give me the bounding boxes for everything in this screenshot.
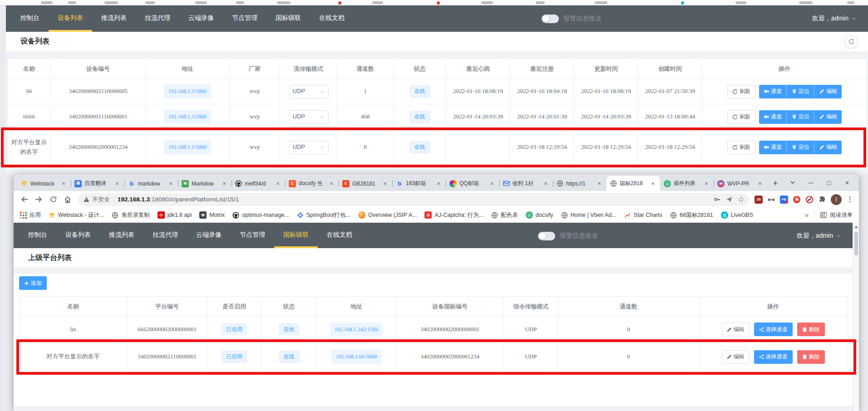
bookmark-item[interactable]: MMotrix (199, 211, 225, 219)
password-key-icon[interactable] (713, 196, 721, 203)
minimize-button[interactable]: ─ (802, 179, 820, 186)
nav-item[interactable]: 节点管理 (231, 223, 274, 248)
tab-close-icon[interactable]: × (381, 180, 389, 187)
bookmark-item[interactable]: Ojdk1.8 api (158, 211, 192, 219)
nav-item[interactable]: 设备列表 (49, 5, 92, 32)
bookmark-item[interactable]: ☺docsify (526, 211, 553, 219)
channel-button[interactable]: 通道 (759, 85, 787, 98)
tab-close-icon[interactable]: × (756, 180, 764, 187)
nav-item[interactable]: 拉流代理 (143, 223, 187, 248)
edit-device-button[interactable]: 编辑 (814, 85, 842, 98)
bookmark-item[interactable]: Star Charts (624, 212, 662, 219)
channel-button[interactable]: 通道 (759, 141, 787, 154)
tab-close-icon[interactable]: × (703, 180, 710, 187)
locate-button[interactable]: 定位 (787, 85, 814, 98)
bookmark-item[interactable]: QLiveGBS (721, 211, 753, 219)
new-tab-button[interactable]: + (769, 177, 782, 190)
delete-platform-button[interactable]: 删除 (797, 323, 825, 336)
fehelper-extension-icon[interactable]: FE (780, 196, 788, 204)
nav-item[interactable]: 拉流代理 (136, 5, 179, 32)
bookmark-item[interactable]: 免登录复制 (112, 211, 150, 219)
edit-platform-button[interactable]: 编辑 (722, 350, 750, 364)
nav-item[interactable]: 节点管理 (223, 5, 266, 32)
select-channel-button[interactable]: 选择通道 (754, 350, 793, 364)
locate-button[interactable]: 定位 (787, 110, 814, 124)
edit-device-button[interactable]: 编辑 (814, 110, 842, 124)
bookmark-item[interactable]: optimus-manage... (232, 212, 289, 219)
browser-tab[interactable]: 译百度翻译× (71, 176, 124, 191)
tab-close-icon[interactable]: × (649, 180, 656, 187)
js-extension-icon[interactable]: JS (755, 196, 763, 204)
channel-button[interactable]: 通道 (759, 110, 787, 124)
delete-platform-button[interactable]: 删除 (797, 350, 825, 364)
send-to-device-icon[interactable] (725, 196, 733, 203)
select-channel-button[interactable]: 选择通道 (754, 323, 793, 336)
address-bar[interactable]: 不安全 192.168.1.3:18080/#/parentPlatformLi… (78, 193, 749, 206)
nav-item[interactable]: 国标级联 (266, 5, 310, 32)
browser-tab[interactable]: WWVP-PR× (714, 176, 767, 191)
bookmark-item[interactable]: 66国标28181 (670, 211, 713, 219)
bookmark-item[interactable]: 配色表 (491, 211, 518, 219)
user-menu[interactable]: 欢迎，admin (797, 223, 841, 249)
bookmark-item[interactable]: 应用 (20, 211, 41, 219)
bookmark-item[interactable]: Webstack - 设计... (49, 211, 104, 219)
bookmark-item[interactable]: Overview (JSIP A... (358, 211, 417, 219)
refresh-device-button[interactable]: 刷新 (727, 110, 755, 124)
nav-item[interactable]: 控制台 (19, 223, 56, 248)
reading-list-button[interactable]: 阅读清单 (820, 211, 853, 219)
reload-button[interactable] (46, 193, 60, 206)
browser-tab[interactable]: MMarkdow× (178, 176, 232, 191)
browser-tab[interactable]: Cdocsify 生× (285, 176, 339, 191)
nav-item[interactable]: 在线文档 (310, 5, 354, 32)
nav-item[interactable]: 控制台 (11, 5, 49, 32)
scroll-thumb[interactable] (854, 232, 858, 255)
forward-button[interactable] (32, 193, 45, 206)
bookmark-item[interactable]: SpringBoot打包... (297, 211, 350, 219)
browser-tab[interactable]: Webstack× (17, 176, 71, 191)
nav-item[interactable]: 国标级联 (274, 223, 318, 248)
browser-tab[interactable]: meff34/d× (232, 176, 285, 191)
stream-mode-select[interactable]: UDP (289, 141, 329, 154)
tab-close-icon[interactable]: × (328, 180, 335, 187)
browser-tab[interactable]: https://1× (553, 176, 607, 191)
browser-tab[interactable]: bmarkdow× (124, 176, 178, 191)
stop-hand-extension-icon[interactable] (793, 196, 801, 204)
adblock-extension-icon[interactable] (805, 196, 814, 204)
bookmark-star-icon[interactable]: ☆ (738, 196, 745, 203)
tab-close-icon[interactable]: × (113, 180, 121, 187)
browser-tab[interactable]: CGB28181× (339, 176, 392, 191)
maximize-button[interactable]: □ (820, 179, 838, 186)
browser-tab[interactable]: QQ邮箱× (446, 176, 499, 191)
nav-item[interactable]: 推流列表 (100, 223, 143, 248)
tab-close-icon[interactable]: × (435, 180, 442, 187)
nav-item[interactable]: 云端录像 (179, 5, 223, 32)
page-refresh-button[interactable] (844, 35, 858, 49)
extensions-puzzle-icon[interactable] (818, 196, 826, 204)
tab-close-icon[interactable]: × (542, 180, 549, 187)
refresh-device-button[interactable]: 刷新 (727, 141, 755, 154)
tab-search-button[interactable] (784, 179, 802, 186)
tab-close-icon[interactable]: × (167, 180, 174, 187)
browser-tab[interactable]: 收到 1封× (499, 176, 553, 191)
tab-close-icon[interactable]: × (596, 180, 603, 187)
tab-close-icon[interactable]: × (221, 180, 228, 187)
edit-platform-button[interactable]: 编辑 (722, 323, 750, 336)
back-button[interactable] (17, 193, 31, 206)
browser-menu-kebab-icon[interactable] (846, 196, 853, 203)
security-chip[interactable]: 不安全 (84, 196, 110, 204)
incognito-glasses-icon[interactable] (767, 196, 775, 204)
alarm-push-toggle[interactable] (542, 15, 559, 23)
locate-button[interactable]: 定位 (787, 141, 814, 154)
user-menu[interactable]: 欢迎，admin (812, 5, 856, 32)
alarm-push-toggle[interactable] (538, 232, 555, 240)
home-button[interactable] (61, 193, 74, 206)
edit-device-button[interactable]: 编辑 (814, 141, 842, 154)
page-scrollbar[interactable] (853, 223, 859, 411)
browser-tab[interactable]: ☺插件列表× (660, 176, 714, 191)
tab-close-icon[interactable]: × (60, 180, 67, 187)
bookmark-item[interactable]: GAJ-Captcha: 行为... (424, 211, 483, 219)
bookmark-item[interactable]: Home | Vben Ad... (561, 212, 616, 219)
nav-item[interactable]: 云端录像 (187, 223, 231, 248)
refresh-device-button[interactable]: 刷新 (727, 85, 755, 98)
tab-close-icon[interactable]: × (274, 180, 281, 187)
